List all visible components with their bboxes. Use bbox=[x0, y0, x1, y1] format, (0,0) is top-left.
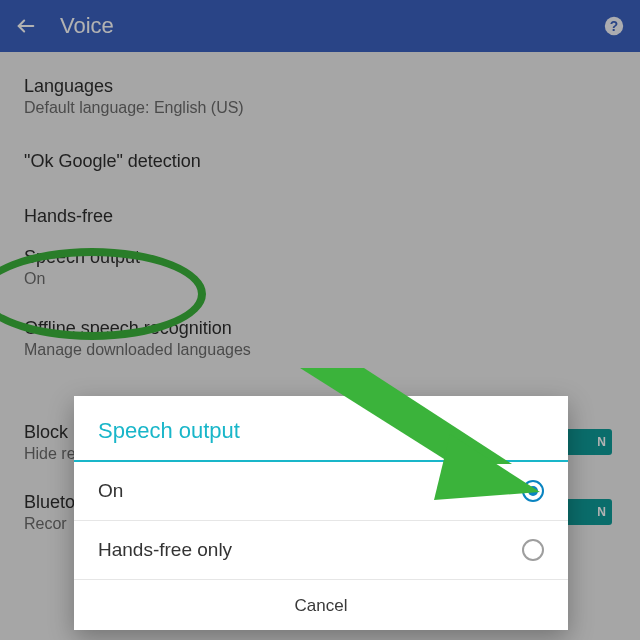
button-label: Cancel bbox=[295, 596, 348, 615]
radio-icon[interactable] bbox=[522, 480, 544, 502]
dialog-cancel-button[interactable]: Cancel bbox=[74, 580, 568, 630]
option-label: Hands-free only bbox=[98, 539, 232, 561]
option-label: On bbox=[98, 480, 123, 502]
dialog-option-hands-free-only[interactable]: Hands-free only bbox=[74, 521, 568, 580]
radio-icon[interactable] bbox=[522, 539, 544, 561]
dialog-title: Speech output bbox=[74, 396, 568, 462]
voice-settings-screen: Voice ? Languages Default language: Engl… bbox=[0, 0, 640, 640]
dialog-option-on[interactable]: On bbox=[74, 462, 568, 521]
speech-output-dialog: Speech output On Hands-free only Cancel bbox=[74, 396, 568, 630]
